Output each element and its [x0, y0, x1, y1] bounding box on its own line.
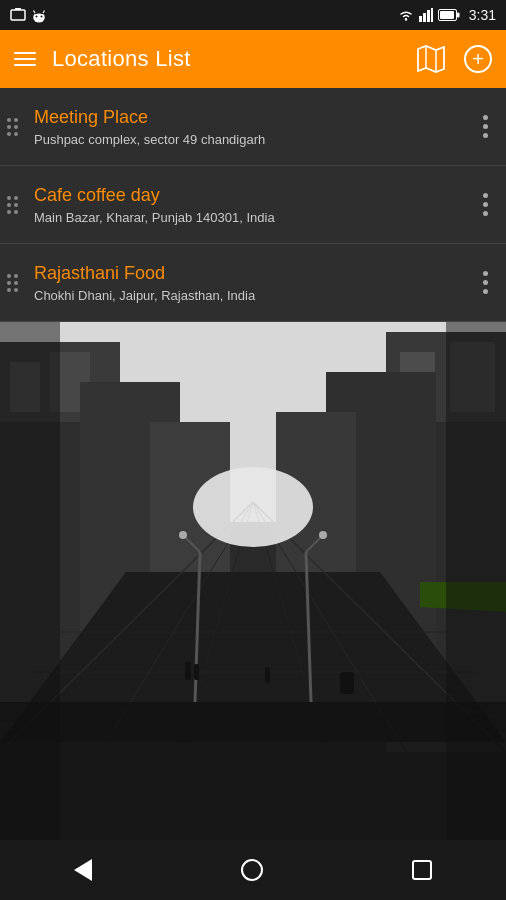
svg-rect-1: [15, 8, 21, 10]
svg-rect-9: [419, 16, 422, 22]
svg-line-5: [43, 11, 45, 14]
location-address: Chokhi Dhani, Jaipur, Rajasthan, India: [34, 288, 470, 303]
location-name: Cafe coffee day: [34, 185, 470, 206]
location-text: Meeting Place Pushpac complex, sector 49…: [24, 107, 470, 147]
svg-point-41: [193, 467, 313, 547]
more-options-button[interactable]: [470, 115, 506, 138]
app-bar-actions: +: [416, 45, 492, 73]
drag-handle: [0, 274, 24, 292]
location-name: Rajasthani Food: [34, 263, 470, 284]
location-list: Meeting Place Pushpac complex, sector 49…: [0, 88, 506, 322]
svg-rect-11: [427, 10, 430, 22]
location-address: Main Bazar, Kharar, Punjab 140301, India: [34, 210, 470, 225]
svg-rect-55: [446, 322, 506, 840]
back-button[interactable]: [74, 859, 92, 881]
svg-rect-14: [457, 13, 460, 18]
screenshot-icon: [10, 8, 26, 22]
app-title: Locations List: [52, 46, 191, 72]
svg-point-8: [405, 18, 407, 20]
svg-rect-53: [0, 702, 506, 840]
svg-point-7: [41, 16, 43, 18]
svg-rect-54: [0, 322, 60, 840]
svg-point-6: [36, 16, 38, 18]
menu-button[interactable]: [14, 52, 36, 66]
signal-icon: [419, 8, 433, 22]
status-icons-left: [10, 7, 46, 23]
nav-bar: [0, 840, 506, 900]
svg-rect-51: [265, 667, 270, 683]
svg-rect-49: [185, 662, 191, 680]
map-icon[interactable]: [416, 45, 446, 73]
app-bar: Locations List +: [0, 30, 506, 88]
drag-handle: [0, 118, 24, 136]
more-options-button[interactable]: [470, 271, 506, 294]
status-icons-right: 3:31: [398, 7, 496, 23]
list-item[interactable]: Rajasthani Food Chokhi Dhani, Jaipur, Ra…: [0, 244, 506, 322]
svg-rect-0: [11, 10, 25, 20]
svg-rect-3: [34, 14, 45, 20]
svg-point-44: [179, 531, 187, 539]
list-item[interactable]: Cafe coffee day Main Bazar, Kharar, Punj…: [0, 166, 506, 244]
location-name: Meeting Place: [34, 107, 470, 128]
svg-rect-10: [423, 13, 426, 22]
location-address: Pushpac complex, sector 49 chandigarh: [34, 132, 470, 147]
more-options-button[interactable]: [470, 193, 506, 216]
svg-rect-50: [194, 664, 199, 680]
drag-handle: [0, 196, 24, 214]
clock: 3:31: [469, 7, 496, 23]
android-icon: [32, 7, 46, 23]
list-item[interactable]: Meeting Place Pushpac complex, sector 49…: [0, 88, 506, 166]
wifi-icon: [398, 8, 414, 22]
svg-point-47: [319, 531, 327, 539]
add-location-button[interactable]: +: [464, 45, 492, 73]
battery-icon: [438, 9, 460, 21]
status-bar: 3:31: [0, 0, 506, 30]
app-bar-left: Locations List: [14, 46, 191, 72]
recents-button[interactable]: [412, 860, 432, 880]
svg-rect-52: [340, 672, 354, 694]
location-text: Rajasthani Food Chokhi Dhani, Jaipur, Ra…: [24, 263, 470, 303]
background-image: [0, 322, 506, 840]
home-button[interactable]: [241, 859, 263, 881]
svg-line-4: [34, 11, 36, 14]
location-text: Cafe coffee day Main Bazar, Kharar, Punj…: [24, 185, 470, 225]
svg-rect-15: [440, 11, 454, 19]
svg-rect-12: [431, 8, 433, 22]
